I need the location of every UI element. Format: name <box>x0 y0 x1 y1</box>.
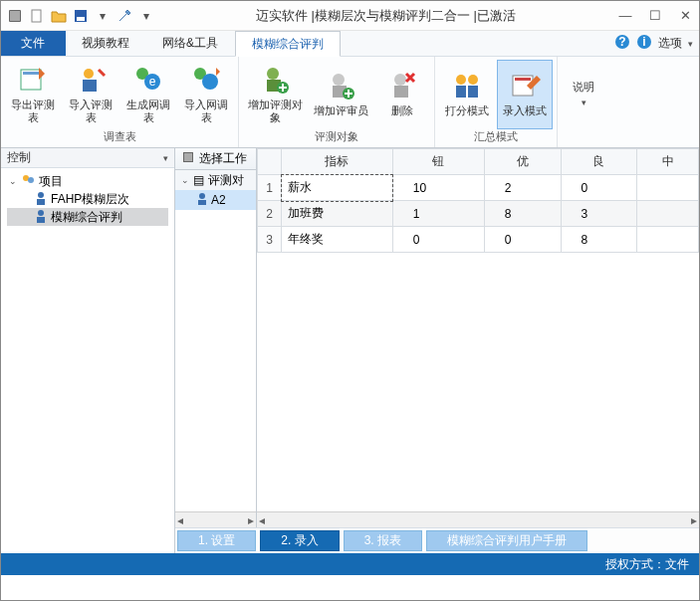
tree-root[interactable]: ⌄ 项目 <box>7 172 168 190</box>
mid-header-row[interactable]: ⌄ ▤ 评测对 <box>175 170 256 190</box>
tree-item-fahp[interactable]: FAHP模糊层次 <box>7 190 168 208</box>
col-excellent[interactable]: 优 <box>484 149 561 175</box>
svg-point-33 <box>28 177 34 183</box>
group-icon <box>21 173 35 190</box>
save-icon[interactable] <box>73 8 89 24</box>
help-text-button[interactable]: 说明 ▾ <box>562 60 605 129</box>
tab-network-tools[interactable]: 网络&工具 <box>146 31 235 56</box>
person-icon <box>197 193 207 208</box>
svg-point-27 <box>468 75 478 85</box>
status-bar: 授权方式：文件 <box>1 553 699 575</box>
score-mode-icon <box>451 70 483 101</box>
options-dropdown-icon[interactable]: ▾ <box>688 39 693 49</box>
quick-access-toolbar: ▾ ▾ <box>7 8 154 24</box>
titlebar: ▾ ▾ 迈实软件 |模糊层次与模糊评判二合一 |已激活 — ☐ ✕ <box>1 1 699 31</box>
person-icon <box>35 191 47 208</box>
help-icon[interactable]: ? <box>614 34 630 53</box>
tree-item-label: FAHP模糊层次 <box>51 191 129 208</box>
doc-icon: ▤ <box>193 173 204 187</box>
chevron-down-icon[interactable]: ▾ <box>163 153 168 163</box>
tab-video-tutorial[interactable]: 视频教程 <box>66 31 146 56</box>
close-button[interactable]: ✕ <box>677 8 693 23</box>
mid-scrollbar[interactable]: ◂▸ <box>175 511 256 527</box>
svg-point-26 <box>456 75 466 85</box>
expand-icon[interactable]: ⌄ <box>181 175 189 185</box>
save-dropdown-icon[interactable]: ▾ <box>95 8 111 24</box>
ribbon: 导出评测表 导入评测表 e 生成网调表 导入网调表 调查表 增加评测对象 <box>1 57 699 148</box>
ribbon-group-targets: 增加评测对象 增加评审员 删除 评测对象 <box>239 57 435 147</box>
gen-web-table-button[interactable]: e 生成网调表 <box>120 60 176 129</box>
svg-rect-4 <box>77 17 85 21</box>
data-grid: 指标 钮 优 良 中 1 薪水 10 <box>257 148 699 253</box>
minimize-button[interactable]: — <box>617 8 633 23</box>
options-label[interactable]: 选项 <box>658 35 682 52</box>
info-icon[interactable]: i <box>636 34 652 53</box>
svg-rect-28 <box>456 86 466 98</box>
new-doc-icon[interactable] <box>29 8 45 24</box>
mid-item-a2[interactable]: A2 <box>175 190 256 210</box>
tree-root-label: 项目 <box>39 173 63 190</box>
ribbon-group-help: 说明 ▾ <box>558 57 609 147</box>
window-title: 迈实软件 |模糊层次与模糊评判二合一 |已激活 <box>154 7 617 25</box>
svg-rect-31 <box>515 78 531 81</box>
maximize-button[interactable]: ☐ <box>647 8 663 23</box>
person-icon <box>35 209 47 226</box>
step-buttons: 1. 设置 2. 录入 3. 报表 模糊综合评判用户手册 <box>175 527 699 553</box>
col-1[interactable]: 钮 <box>392 149 484 175</box>
ribbon-group-label: 汇总模式 <box>439 129 553 145</box>
table-row[interactable]: 2 加班费 1 8 3 <box>258 201 699 227</box>
tree-item-fuzzy-eval[interactable]: 模糊综合评判 <box>7 208 168 226</box>
user-manual-button[interactable]: 模糊综合评判用户手册 <box>426 530 587 551</box>
grid-scrollbar[interactable]: ◂▸ <box>257 511 699 527</box>
qat-more-icon[interactable]: ▾ <box>138 8 154 24</box>
import-table-icon <box>75 64 107 96</box>
step-report-button[interactable]: 3. 报表 <box>344 530 422 551</box>
control-panel: 控制 ▾ ⌄ 项目 FAHP模糊层次 模糊综合评判 <box>1 148 175 553</box>
import-web-icon <box>190 64 222 96</box>
select-work-panel: 选择工作 ⌄ ▤ 评测对 A2 ◂▸ <box>175 148 257 527</box>
step-setup-button[interactable]: 1. 设置 <box>177 530 256 551</box>
center-wrap: 选择工作 ⌄ ▤ 评测对 A2 ◂▸ <box>175 148 699 553</box>
main-area: 控制 ▾ ⌄ 项目 FAHP模糊层次 模糊综合评判 选择工 <box>1 148 699 553</box>
col-mid[interactable]: 中 <box>637 149 699 175</box>
expand-icon[interactable]: ⌄ <box>9 176 17 186</box>
mid-item-label: A2 <box>211 193 226 207</box>
step-input-button[interactable]: 2. 录入 <box>260 530 339 551</box>
svg-rect-1 <box>10 11 20 21</box>
data-grid-panel: 指标 钮 优 良 中 1 薪水 10 <box>257 148 699 527</box>
table-row[interactable]: 1 薪水 10 2 0 <box>258 175 699 201</box>
export-eval-table-button[interactable]: 导出评测表 <box>5 60 61 129</box>
gen-web-icon: e <box>132 64 164 96</box>
col-good[interactable]: 良 <box>561 149 637 175</box>
add-target-button[interactable]: 增加评测对象 <box>243 60 307 129</box>
select-work-title: 选择工作 <box>199 150 247 167</box>
svg-point-36 <box>38 210 44 216</box>
auth-mode-label: 授权方式：文件 <box>605 556 689 573</box>
tab-file[interactable]: 文件 <box>1 31 66 56</box>
import-eval-table-button[interactable]: 导入评测表 <box>63 60 118 129</box>
ribbon-group-label: 评测对象 <box>243 129 430 145</box>
folder-open-icon[interactable] <box>51 8 67 24</box>
tab-fuzzy-eval[interactable]: 模糊综合评判 <box>235 31 341 57</box>
delete-button[interactable]: 删除 <box>374 60 430 129</box>
svg-point-34 <box>38 192 44 198</box>
add-reviewer-button[interactable]: 增加评审员 <box>309 60 372 129</box>
control-panel-header: 控制 ▾ <box>1 148 174 168</box>
import-web-table-button[interactable]: 导入网调表 <box>178 60 234 129</box>
input-mode-button[interactable]: 录入模式 <box>497 60 553 129</box>
tools-icon[interactable] <box>117 8 132 24</box>
svg-point-11 <box>84 69 94 79</box>
delete-icon <box>386 70 418 101</box>
svg-text:e: e <box>149 75 156 89</box>
svg-point-17 <box>202 74 218 90</box>
svg-rect-39 <box>184 153 192 161</box>
input-mode-icon <box>509 70 541 101</box>
export-table-icon <box>17 64 49 96</box>
table-row[interactable]: 3 年终奖 0 0 8 <box>258 227 699 253</box>
svg-rect-25 <box>394 86 408 98</box>
ribbon-group-summary-mode: 打分模式 录入模式 汇总模式 <box>435 57 558 147</box>
svg-rect-29 <box>468 86 478 98</box>
col-indicator[interactable]: 指标 <box>282 149 393 175</box>
mid-header-label: 评测对 <box>208 172 244 189</box>
score-mode-button[interactable]: 打分模式 <box>439 60 495 129</box>
